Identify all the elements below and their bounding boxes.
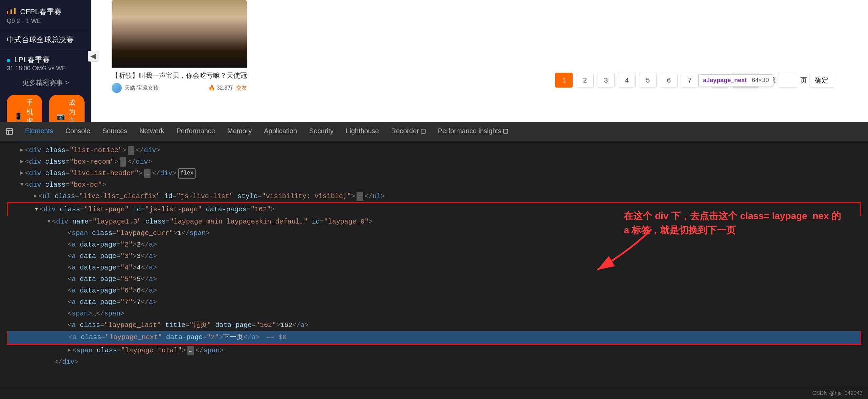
goto-confirm-button[interactable]: 确定 bbox=[809, 73, 834, 88]
annotation-line1: 在这个 div 下，去点击这个 class= laypage_nex 的 bbox=[624, 209, 841, 223]
sidebar-item-cfpl[interactable]: CFPL春季赛 Q9 2：1 WE bbox=[0, 3, 91, 28]
cfpl-score: Q9 2：1 WE bbox=[7, 17, 85, 25]
perf-insights-badge bbox=[503, 129, 508, 134]
inspect-icon[interactable] bbox=[3, 125, 16, 138]
tab-elements[interactable]: Elements bbox=[19, 122, 59, 141]
button-row: 📱 手机虎牙 📷 成为主播 bbox=[0, 90, 91, 122]
devtools: Elements Console Sources Network Perform… bbox=[0, 122, 868, 399]
tooltip-tag: a.laypage_next bbox=[703, 77, 747, 84]
tab-application[interactable]: Application bbox=[258, 122, 303, 141]
cfpl-icon bbox=[7, 7, 16, 16]
video-author: 天皓-宝藏女孩 bbox=[112, 83, 159, 93]
status-bar: CSDN @hjc_042043 bbox=[0, 387, 868, 399]
code-line-18: ▶ <span class="laypage_total"> … </span> bbox=[7, 345, 861, 356]
code-line-10: <a data-page="3"> 3 </a> bbox=[7, 251, 861, 262]
billiards-title: 中式台球全球总决赛 bbox=[7, 35, 85, 45]
camera-icon: 📷 bbox=[56, 112, 65, 120]
video-title: 【听歌】叫我一声宝贝，你会吃亏嘛？天使冠 bbox=[112, 71, 247, 80]
video-thumbnail[interactable] bbox=[112, 0, 247, 68]
code-line-12: <a data-page="5"> 5 </a> bbox=[7, 274, 861, 285]
triangle-3[interactable]: ▶ bbox=[20, 169, 24, 178]
page-unit-label: 页 bbox=[800, 76, 807, 85]
code-line-14: <a data-page="7"> 7 </a> bbox=[7, 297, 861, 308]
tab-perf-insights[interactable]: Performance insights bbox=[432, 122, 514, 141]
tooltip: a.laypage_next 64×30 bbox=[699, 74, 773, 86]
tab-sources[interactable]: Sources bbox=[96, 122, 133, 141]
page-3-button[interactable]: 3 bbox=[597, 73, 615, 88]
mobile-tiger-button[interactable]: 📱 手机虎牙 bbox=[7, 95, 42, 122]
triangle-6[interactable]: ▼ bbox=[35, 205, 38, 214]
page-5-button[interactable]: 5 bbox=[639, 73, 657, 88]
follow-button[interactable]: 交友 bbox=[236, 85, 247, 92]
author-name: 天皓-宝藏女孩 bbox=[124, 85, 159, 92]
lpl-title: LPL春季赛 bbox=[7, 55, 85, 65]
svg-rect-0 bbox=[6, 128, 13, 135]
video-views: 🔥 32.8万 bbox=[208, 85, 233, 92]
more-events-link[interactable]: 更多精彩赛事 bbox=[0, 75, 91, 90]
tab-performance[interactable]: Performance bbox=[170, 122, 222, 141]
sidebar-item-lpl[interactable]: LPL春季赛 31 18:00 OMG vs WE bbox=[0, 51, 91, 75]
code-line-17: <a class="laypage_next" data-page="2"> 下… bbox=[7, 331, 861, 345]
main-content: 【听歌】叫我一声宝贝，你会吃亏嘛？天使冠 天皓-宝藏女孩 🔥 32.8万 交友 bbox=[91, 0, 868, 98]
triangle-7[interactable]: ▼ bbox=[47, 217, 51, 226]
code-line-16: <a class="laypage_last" title="尾页" data-… bbox=[7, 320, 861, 331]
triangle-18[interactable]: ▶ bbox=[68, 346, 71, 355]
tab-lighthouse[interactable]: Lighthouse bbox=[340, 122, 385, 141]
code-line-4: ▼ <div class="box-bd"> bbox=[7, 179, 861, 191]
triangle-4[interactable]: ▼ bbox=[20, 180, 24, 189]
code-line-2: ▶ <div class="box-recom"> … </div> bbox=[7, 156, 861, 168]
code-line-1: ▶ <div class="list-notice"> … </div> bbox=[7, 145, 861, 156]
views-icon: 🔥 bbox=[208, 85, 215, 91]
devtools-tabs: Elements Console Sources Network Perform… bbox=[0, 122, 868, 141]
devtools-content: ▶ <div class="list-notice"> … </div> ▶ <… bbox=[0, 141, 868, 387]
tooltip-size: 64×30 bbox=[752, 77, 769, 84]
code-line-11: <a data-page="4"> 4 </a> bbox=[7, 262, 861, 274]
code-line-13: <a data-page="6"> 6 </a> bbox=[7, 285, 861, 297]
annotation-line2: a 标签，就是切换到下一页 bbox=[624, 223, 841, 237]
code-line-19: </div> bbox=[7, 356, 861, 368]
video-info: 【听歌】叫我一声宝贝，你会吃亏嘛？天使冠 天皓-宝藏女孩 🔥 32.8万 交友 bbox=[112, 68, 247, 96]
code-line-3: ▶ <div class="liveList-header"> … </div>… bbox=[7, 168, 861, 179]
sidebar-divider-1 bbox=[0, 30, 91, 30]
code-area: ▶ <div class="list-notice"> … </div> ▶ <… bbox=[0, 141, 868, 387]
triangle-1[interactable]: ▶ bbox=[20, 146, 24, 155]
pagination: 1 2 3 4 5 6 7 ... 162 下一页 到第 页 确定 bbox=[555, 73, 834, 88]
video-card: 【听歌】叫我一声宝贝，你会吃亏嘛？天使冠 天皓-宝藏女孩 🔥 32.8万 交友 bbox=[112, 0, 247, 96]
sidebar-divider-2 bbox=[0, 50, 91, 50]
tab-memory[interactable]: Memory bbox=[221, 122, 258, 141]
tab-recorder[interactable]: Recorder bbox=[385, 122, 432, 141]
author-avatar bbox=[112, 83, 122, 93]
tab-security[interactable]: Security bbox=[303, 122, 340, 141]
lpl-live-icon bbox=[7, 59, 10, 62]
annotation-text: 在这个 div 下，去点击这个 class= laypage_nex 的 a 标… bbox=[624, 209, 841, 237]
video-meta: 天皓-宝藏女孩 🔥 32.8万 交友 bbox=[112, 83, 247, 93]
phone-icon: 📱 bbox=[14, 112, 23, 120]
page-1-button[interactable]: 1 bbox=[555, 73, 573, 88]
become-streamer-button[interactable]: 📷 成为主播 bbox=[49, 95, 85, 122]
tab-network[interactable]: Network bbox=[133, 122, 170, 141]
status-text: CSDN @hjc_042043 bbox=[812, 390, 863, 396]
triangle-2[interactable]: ▶ bbox=[20, 157, 24, 166]
goto-input[interactable] bbox=[778, 73, 798, 88]
sidebar-item-billiards[interactable]: 中式台球全球总决赛 bbox=[0, 31, 91, 48]
page-2-button[interactable]: 2 bbox=[576, 73, 594, 88]
code-line-5: ▶ <ul class="live-list_clearfix" id="js-… bbox=[7, 191, 861, 202]
page-4-button[interactable]: 4 bbox=[618, 73, 636, 88]
code-line-15: <span> … </span> bbox=[7, 308, 861, 320]
sidebar: CFPL春季赛 Q9 2：1 WE 中式台球全球总决赛 LPL春季赛 31 18… bbox=[0, 0, 91, 122]
recorder-badge bbox=[421, 129, 426, 134]
page-7-button[interactable]: 7 bbox=[681, 73, 699, 88]
triangle-5[interactable]: ▶ bbox=[34, 192, 37, 201]
tab-console[interactable]: Console bbox=[59, 122, 96, 141]
cfpl-title: CFPL春季赛 bbox=[7, 7, 85, 17]
code-line-9: <a data-page="2"> 2 </a> bbox=[7, 239, 861, 251]
lpl-detail: 31 18:00 OMG vs WE bbox=[7, 65, 85, 72]
page-6-button[interactable]: 6 bbox=[660, 73, 678, 88]
thumbnail-image bbox=[112, 0, 247, 68]
